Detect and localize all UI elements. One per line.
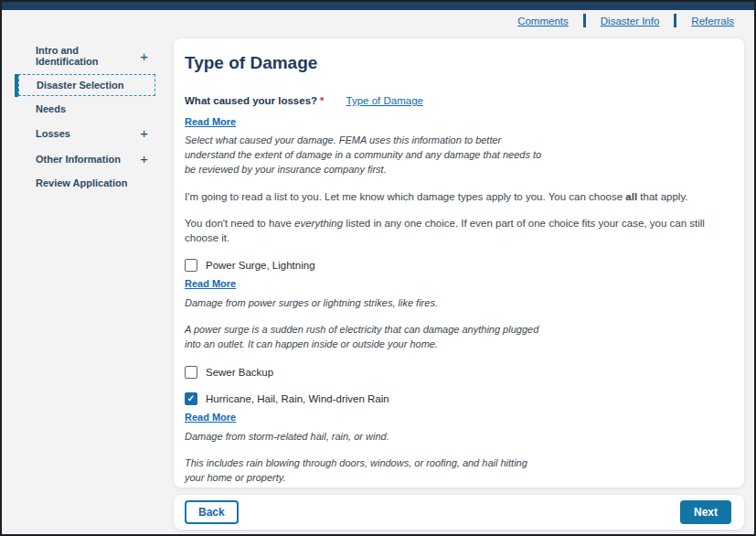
sidebar-item-disaster-selection[interactable]: Disaster Selection [18, 74, 155, 96]
sidebar-item-losses[interactable]: Losses+ [18, 122, 155, 145]
sidebar-nav: Intro and Identification+Disaster Select… [18, 40, 155, 196]
damage-option-power-surge-lightning: Power Surge, LightningRead MoreDamage fr… [185, 259, 728, 352]
sidebar-item-label: Needs [36, 103, 66, 114]
expand-plus-icon[interactable]: + [140, 49, 148, 63]
question-row: What caused your losses?* Type of Damage [185, 91, 728, 108]
read-more-link-hurricane-hail-rain-wind-driven-rain[interactable]: Read More [185, 412, 236, 423]
sidebar-item-other-information[interactable]: Other Information+ [18, 147, 155, 170]
checkbox-row-power-surge-lightning[interactable]: Power Surge, Lightning [185, 259, 728, 272]
intro-paragraph-2: You don't need to have everything listed… [185, 216, 728, 245]
read-more-link-question[interactable]: Read More [185, 116, 236, 127]
top-link-disaster-info[interactable]: Disaster Info [601, 16, 660, 27]
sidebar-item-label: Intro and Identification [36, 45, 140, 67]
read-more-link-power-surge-lightning[interactable]: Read More [185, 278, 236, 289]
main-content-card: Type of Damage What caused your losses?*… [174, 38, 744, 488]
expand-plus-icon[interactable]: + [140, 152, 148, 166]
option-extra-description: A power surge is a sudden rush of electr… [185, 323, 545, 352]
sidebar-item-label: Losses [36, 128, 70, 139]
sidebar-item-intro-and-identification[interactable]: Intro and Identification+ [18, 40, 155, 71]
damage-option-sewer-backup: Sewer Backup [185, 366, 728, 379]
expand-plus-icon[interactable]: + [140, 126, 148, 140]
top-link-referrals[interactable]: Referrals [691, 16, 734, 27]
option-extra-description: This includes rain blowing through doors… [185, 456, 545, 486]
back-button[interactable]: Back [185, 500, 239, 524]
checkbox-checked[interactable]: ✓ [185, 392, 197, 405]
intro-paragraph-1: I'm going to read a list to you. Let me … [185, 189, 728, 204]
sidebar-item-label: Disaster Selection [37, 80, 123, 91]
damage-options-list: Power Surge, LightningRead MoreDamage fr… [185, 259, 728, 488]
top-nav: CommentsDisaster InfoReferrals [517, 14, 734, 27]
question-label: What caused your losses?* [185, 91, 325, 108]
checkbox-label: Hurricane, Hail, Rain, Wind-driven Rain [206, 393, 389, 404]
checkbox-row-sewer-backup[interactable]: Sewer Backup [185, 366, 728, 379]
app-window: CommentsDisaster InfoReferrals Intro and… [0, 0, 756, 536]
next-button[interactable]: Next [680, 500, 731, 524]
footer-bar: Back Next [174, 495, 744, 530]
page-title: Type of Damage [185, 53, 728, 73]
checkbox-row-hurricane-hail-rain-wind-driven-rain[interactable]: ✓Hurricane, Hail, Rain, Wind-driven Rain [185, 392, 728, 405]
option-description: Damage from storm-related hail, rain, or… [185, 430, 545, 445]
nav-separator [583, 14, 586, 27]
checkmark-icon: ✓ [187, 394, 195, 403]
question-help-text: Select what caused your damage. FEMA use… [185, 134, 545, 177]
sidebar-item-review-application[interactable]: Review Application [18, 173, 155, 193]
top-link-comments[interactable]: Comments [517, 16, 569, 27]
required-asterisk: * [320, 95, 324, 106]
sidebar-item-label: Review Application [36, 177, 127, 188]
checkbox-unchecked[interactable] [185, 366, 197, 379]
option-description: Damage from power surges or lightning st… [185, 296, 545, 311]
type-of-damage-link[interactable]: Type of Damage [346, 95, 423, 106]
checkbox-label: Sewer Backup [206, 367, 273, 378]
top-navy-bar [2, 2, 754, 10]
damage-option-hurricane-hail-rain-wind-driven-rain: ✓Hurricane, Hail, Rain, Wind-driven Rain… [185, 392, 728, 486]
sidebar-item-label: Other Information [36, 154, 121, 165]
sidebar-item-needs[interactable]: Needs [18, 99, 155, 119]
nav-separator [674, 14, 676, 27]
checkbox-unchecked[interactable] [185, 259, 197, 272]
checkbox-label: Power Surge, Lightning [206, 260, 315, 271]
